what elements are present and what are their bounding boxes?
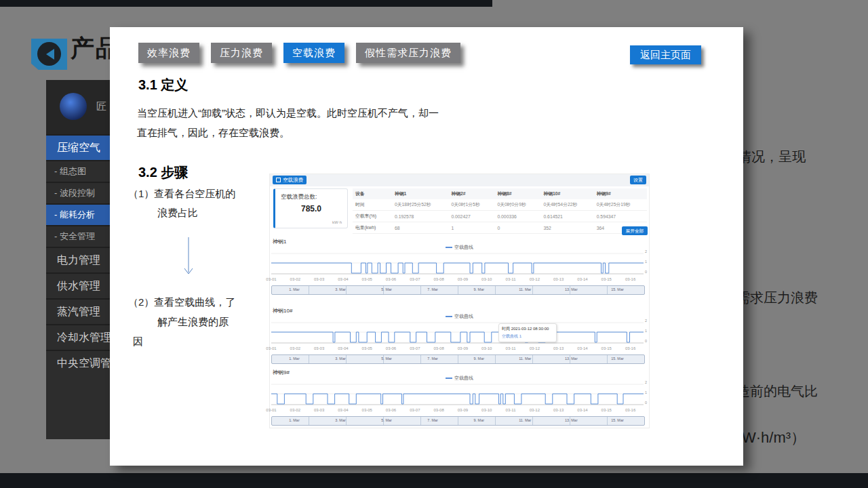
- tab-0[interactable]: 效率浪费: [138, 43, 199, 63]
- x-axis-tick: 03-12: [530, 408, 540, 412]
- slide-modal: 效率浪费压力浪费空载浪费假性需求压力浪费 返回主页面 3.1 定义 当空压机进入…: [110, 27, 743, 466]
- y-axis-tick: 2: [645, 380, 647, 384]
- x-axis-tick: 03-05: [362, 346, 372, 350]
- idle-curve-plot[interactable]: [271, 382, 644, 407]
- device-table-head: 设备神钢1神钢2#神钢8#神钢10#神钢9#: [353, 188, 647, 199]
- y-axis-tick: 0: [645, 401, 647, 405]
- table-cell: 68: [392, 222, 448, 234]
- datazoom-brush[interactable]: 1. Mar3. Mar5. Mar7. Mar9. Mar11. Mar13.…: [271, 285, 645, 295]
- y-axis-tick: 0: [645, 270, 647, 274]
- definition-body: 当空压机进入“卸载”状态，即认为是空载。此时空压机不产气，却一 直在排气，因此，…: [137, 103, 490, 142]
- chart-tooltip: 时间 2021-03-12 08:30:00空载曲线 1: [498, 323, 557, 342]
- brush-date-label: 7. Mar: [427, 357, 438, 361]
- table-cell: 0天0时0分9秒: [494, 199, 540, 211]
- x-axis-tick: 03-11: [506, 346, 516, 350]
- x-axis-tick: 03-14: [577, 277, 587, 281]
- expand-all-button[interactable]: 展开全部: [622, 226, 648, 235]
- background-fragment-0: 情况，呈现: [738, 148, 806, 166]
- x-axis-tick: 03-16: [625, 408, 635, 412]
- summary-card-value: 785.0: [275, 204, 347, 214]
- brush-date-label: 11. Mar: [519, 357, 531, 361]
- datazoom-brush[interactable]: 1. Mar3. Mar5. Mar7. Mar9. Mar11. Mar13.…: [271, 354, 645, 364]
- x-axis-tick: 03-05: [362, 408, 372, 412]
- x-axis-tick: 03-08: [433, 408, 443, 412]
- device-table-body: 时间0天18时25分52秒0天0时1分5秒0天0时0分9秒0天4时54分22秒0…: [353, 199, 647, 234]
- x-axis-tick: 03-07: [410, 346, 420, 350]
- tooltip-time: 时间 2021-03-12 08:30:00: [502, 326, 553, 332]
- down-arrow-icon: [182, 236, 195, 279]
- tooltip-value: 空载曲线 1: [502, 333, 553, 340]
- x-axis-tick: 03-15: [601, 277, 612, 281]
- brush-date-label: 13. Mar: [565, 357, 578, 361]
- x-axis-tick: 03-03: [314, 277, 324, 281]
- brush-date-label: 7. Mar: [427, 418, 438, 422]
- x-axis-tick: 03-13: [553, 346, 564, 350]
- x-axis-tick: 03-13: [553, 408, 564, 412]
- table-cell: 0.000336: [494, 211, 540, 222]
- table-row: 时间0天18时25分52秒0天0时1分5秒0天0时0分9秒0天4时54分22秒0…: [353, 199, 647, 211]
- tab-1[interactable]: 压力浪费: [211, 43, 272, 63]
- y-axis-tick: 1: [645, 329, 647, 333]
- tab-3[interactable]: 假性需求压力浪费: [356, 43, 460, 63]
- x-axis-tick: 03-15: [601, 346, 612, 350]
- chart-legend[interactable]: 空载曲线: [271, 375, 648, 382]
- x-axis-tick: 03-02: [290, 346, 300, 350]
- step2-line3: 因: [133, 336, 143, 348]
- x-axis-tick: 03-05: [362, 277, 372, 281]
- table-header-cell: 神钢9#: [594, 188, 647, 199]
- legend-line-icon: [446, 247, 452, 248]
- table-cell: 0.192578: [392, 211, 448, 222]
- x-axis-tick: 03-04: [338, 346, 348, 350]
- x-axis-tick: 03-04: [338, 277, 348, 281]
- chart-legend[interactable]: 空载曲线: [271, 244, 648, 251]
- x-axis-tick: 03-12: [530, 346, 540, 350]
- step1-line2: 浪费占比: [157, 207, 198, 220]
- y-axis-tick: 1: [645, 390, 647, 394]
- x-axis-tick: 03-04: [338, 408, 348, 412]
- tab-2[interactable]: 空载浪费: [283, 43, 344, 63]
- brush-date-label: 13. Mar: [565, 287, 578, 291]
- idle-curve-plot[interactable]: [271, 251, 644, 276]
- top-dark-bar: [0, 0, 492, 7]
- y-axis-tick: 2: [645, 319, 647, 323]
- table-row: 电量(kwh)6810352364: [353, 222, 647, 234]
- x-axis-tick: 03-03: [314, 408, 324, 412]
- x-axis-tick: 03-02: [290, 277, 300, 281]
- table-cell: 0.614521: [540, 211, 593, 222]
- brush-date-label: 3. Mar: [335, 357, 346, 361]
- settings-button[interactable]: 设置: [630, 176, 646, 184]
- summary-card-unit: kW·h: [332, 220, 342, 224]
- return-home-button[interactable]: 返回主页面: [630, 45, 701, 64]
- app-logo-label: 匠: [96, 100, 106, 113]
- summary-card-label: 空载浪费总数:: [281, 193, 317, 201]
- idle-curve-plot[interactable]: [271, 321, 644, 345]
- table-row: 空载率(%)0.1925780.0024270.0003360.6145210.…: [353, 211, 647, 222]
- x-axis-tick: 03-09: [458, 277, 468, 281]
- brush-date-label: 15. Mar: [611, 357, 624, 361]
- x-axis-tick: 03-06: [386, 346, 396, 350]
- table-cell: 0: [494, 222, 540, 234]
- table-cell: 0天4时54分22秒: [540, 199, 593, 211]
- chart-block-0: 神钢1空载曲线21003-0103-0203-0303-0403-0503-06…: [271, 238, 648, 303]
- background-fragment-3: W·h/m³）: [742, 428, 806, 448]
- datazoom-brush[interactable]: 1. Mar3. Mar5. Mar7. Mar9. Mar11. Mar13.…: [271, 416, 645, 426]
- x-axis-tick: 03-10: [481, 277, 492, 281]
- x-axis-tick: 03-06: [386, 408, 396, 412]
- brush-date-label: 9. Mar: [473, 418, 484, 422]
- brush-date-label: 5. Mar: [381, 418, 392, 422]
- brush-date-label: 5. Mar: [381, 287, 392, 291]
- back-button[interactable]: [31, 39, 67, 70]
- x-axis-tick: 03-14: [577, 408, 587, 412]
- x-axis-tick: 03-11: [506, 408, 516, 412]
- brush-date-label: 15. Mar: [611, 418, 624, 422]
- steps-heading: 3.2 步骤: [138, 163, 188, 182]
- brush-date-label: 3. Mar: [335, 287, 346, 291]
- bottom-dark-bar: [0, 473, 868, 488]
- device-table: 设备神钢1神钢2#神钢8#神钢10#神钢9# 时间0天18时25分52秒0天0时…: [353, 188, 647, 234]
- step2-line2: 解产生浪费的原: [157, 316, 229, 329]
- chart-legend[interactable]: 空载曲线: [271, 313, 648, 320]
- panel-title: 空载浪费: [283, 177, 303, 184]
- brush-date-label: 11. Mar: [519, 287, 531, 291]
- table-cell: 0.594347: [594, 211, 647, 222]
- y-axis-tick: 2: [645, 249, 647, 253]
